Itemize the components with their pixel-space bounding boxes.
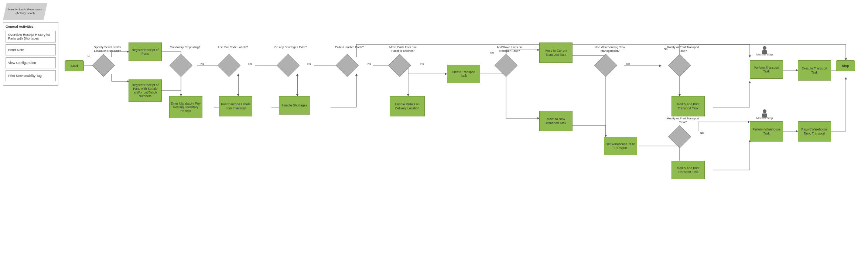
person-icon-bottom (761, 109, 768, 118)
d1-no-label: No (88, 55, 91, 58)
svg-rect-63 (762, 113, 767, 118)
sidebar-panel: General Activities Overview Receipt Hist… (3, 22, 58, 86)
modify-print-transport2-node[interactable]: Modify and Print Transport Task (671, 161, 705, 179)
arrows-svg (0, 0, 868, 255)
perform-transport-node[interactable]: Perform Transport Task (750, 60, 783, 79)
modify-print-transport1-node[interactable]: Modify and Print Transport Task (671, 96, 705, 116)
person-icon-top (761, 46, 768, 54)
diamond-move-pallet: Move Parts from one Pallet to another? (392, 57, 408, 74)
create-transport-node[interactable]: Create Transport Task (447, 65, 480, 83)
d8-no-label: No (626, 62, 630, 65)
d6-no-label: No (420, 62, 424, 65)
svg-point-62 (763, 109, 766, 113)
d5-no-label: No (368, 62, 371, 65)
diamond-barcode-label: Use Bar Code Labels? (216, 45, 250, 49)
d10-no-label: No (700, 131, 704, 135)
handle-pallets-node[interactable]: Handle Pallets on Delivery Location (390, 96, 425, 116)
sidebar-title: General Activities (6, 25, 56, 28)
stop-node: Stop (836, 60, 855, 71)
move-new-node[interactable]: Move to New Transport Task (539, 111, 573, 131)
sidebar-item-enter-note[interactable]: Enter Note (6, 44, 56, 55)
move-current-node[interactable]: Move to Current Transport Task (539, 42, 573, 63)
d9-no-label: No (664, 47, 667, 51)
diamond-specify-serial: Specify Serial and/or Lot/Batch Numbers? (95, 57, 112, 74)
sidebar-item-overview[interactable]: Overview Receipt History for Parts with … (6, 31, 56, 42)
print-barcode-node[interactable]: Print Barcode Labels from Inventory (219, 96, 252, 116)
diamond-modify-print-transport2-label: Modify or Print Transport Task? (666, 117, 700, 124)
d3-no-label: No (248, 62, 252, 65)
register-receipt-serial-node[interactable]: Register Receipt of Parts with Serials a… (129, 79, 162, 102)
svg-point-60 (763, 46, 766, 50)
diamond-add-lines-label: Add/Move Lines on Transport Task? (493, 45, 526, 52)
diamond-pallet-label: Pallet-Handled Parts? (335, 45, 364, 49)
execute-transport-node[interactable]: Execute Transport Task (798, 60, 831, 81)
enter-mandatory-node[interactable]: Enter Mandatory Pre-Posting, Inventory R… (169, 96, 202, 118)
start-node: Start (65, 60, 84, 71)
report-warehouse-node[interactable]: Report Warehouse Task, Transport (798, 121, 831, 142)
diamond-mandatory-label: Mandatory Preposting? (168, 45, 202, 49)
diagram-title: Handle Stock Movements (Activity Level) (3, 3, 47, 20)
diamond-barcode: Use Bar Code Labels? (221, 57, 237, 74)
diamond-pallet: Pallet-Handled Parts? (339, 57, 355, 74)
perform-warehouse-node[interactable]: Perform Warehouse Task (750, 121, 783, 142)
diamond-shortages: Do any Shortages Exist? (280, 57, 296, 74)
diamond-warehousing: Use Warehousing Task Management? (598, 57, 614, 74)
d7-no-label: No (490, 51, 494, 54)
diamond-move-pallet-label: Move Parts from one Pallet to another? (386, 45, 420, 52)
diamond-shortages-label: Do any Shortages Exist? (274, 45, 307, 49)
diamond-modify-print-transport1-label: Modify or Print Transport Task? (666, 45, 700, 52)
diamond-add-lines: Add/Move Lines on Transport Task? (498, 57, 514, 74)
diamond-mandatory-preposting: Mandatory Preposting? (173, 57, 189, 74)
diamond-modify-print-transport1: Modify or Print Transport Task? (671, 57, 688, 74)
diamond-modify-print-transport2: Modify or Print Transport Task? (671, 129, 688, 145)
sidebar-item-view-config[interactable]: View Configuration (6, 57, 56, 68)
diagram-container: Handle Stock Movements (Activity Level) … (0, 0, 868, 255)
register-receipt-node[interactable]: Register Receipt of Parts (129, 42, 162, 61)
handle-shortages-node[interactable]: Handle Shortages (279, 96, 310, 115)
d4-no-label: No (307, 62, 311, 65)
svg-rect-61 (762, 50, 767, 54)
get-warehouse-node[interactable]: Get Warehouse Task, Transport (604, 137, 637, 155)
d2-no-label: No (201, 62, 204, 65)
sidebar-item-print-tag[interactable]: Print Serviceability Tag (6, 70, 56, 81)
diamond-warehousing-label: Use Warehousing Task Management? (592, 45, 628, 52)
diamond-specify-serial-label: Specify Serial and/or Lot/Batch Numbers? (91, 45, 124, 52)
